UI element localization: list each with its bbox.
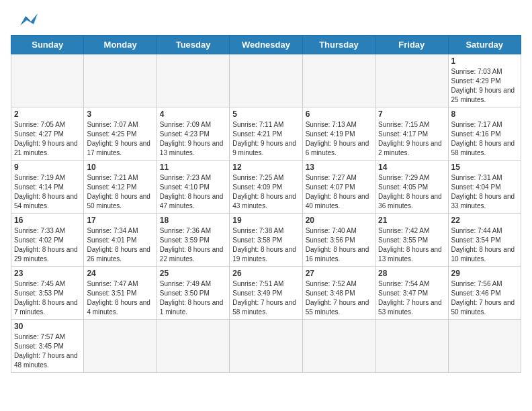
calendar-week-6: 30Sunrise: 7:57 AM Sunset: 3:45 PM Dayli…	[11, 320, 521, 373]
day-info: Sunrise: 7:07 AM Sunset: 4:25 PM Dayligh…	[87, 120, 153, 158]
day-number: 7	[378, 109, 445, 119]
day-header-saturday: Saturday	[448, 36, 521, 54]
day-info: Sunrise: 7:03 AM Sunset: 4:29 PM Dayligh…	[451, 67, 518, 105]
logo	[11, 11, 38, 30]
day-number: 16	[14, 216, 81, 225]
day-info: Sunrise: 7:19 AM Sunset: 4:14 PM Dayligh…	[14, 173, 81, 211]
day-info: Sunrise: 7:17 AM Sunset: 4:16 PM Dayligh…	[451, 120, 518, 158]
day-number: 6	[306, 109, 372, 119]
day-number: 29	[451, 269, 518, 278]
day-number: 28	[378, 269, 445, 278]
day-info: Sunrise: 7:47 AM Sunset: 3:51 PM Dayligh…	[87, 279, 153, 317]
day-header-wednesday: Wednesday	[230, 36, 302, 54]
day-number: 30	[14, 322, 81, 331]
day-info: Sunrise: 7:49 AM Sunset: 3:50 PM Dayligh…	[160, 279, 226, 317]
day-info: Sunrise: 7:25 AM Sunset: 4:09 PM Dayligh…	[232, 173, 299, 211]
page-header	[11, 11, 521, 30]
calendar-day-cell	[84, 54, 157, 107]
calendar-day-cell: 11Sunrise: 7:23 AM Sunset: 4:10 PM Dayli…	[157, 161, 229, 214]
day-info: Sunrise: 7:33 AM Sunset: 4:02 PM Dayligh…	[14, 226, 81, 264]
calendar-day-cell: 18Sunrise: 7:36 AM Sunset: 3:59 PM Dayli…	[157, 214, 229, 267]
calendar-day-cell: 17Sunrise: 7:34 AM Sunset: 4:01 PM Dayli…	[84, 214, 157, 267]
day-header-tuesday: Tuesday	[157, 36, 229, 54]
day-number: 18	[160, 216, 226, 225]
calendar-day-cell: 22Sunrise: 7:44 AM Sunset: 3:54 PM Dayli…	[448, 214, 521, 267]
calendar-table: SundayMondayTuesdayWednesdayThursdayFrid…	[11, 35, 521, 373]
day-number: 12	[232, 163, 299, 172]
day-number: 8	[451, 109, 518, 119]
day-number: 20	[306, 216, 372, 225]
calendar-day-cell: 4Sunrise: 7:09 AM Sunset: 4:23 PM Daylig…	[157, 107, 229, 161]
calendar-day-cell: 6Sunrise: 7:13 AM Sunset: 4:19 PM Daylig…	[302, 107, 375, 161]
calendar-week-2: 2Sunrise: 7:05 AM Sunset: 4:27 PM Daylig…	[11, 107, 521, 161]
calendar-day-cell: 10Sunrise: 7:21 AM Sunset: 4:12 PM Dayli…	[84, 161, 157, 214]
day-number: 15	[451, 163, 518, 172]
calendar-day-cell: 29Sunrise: 7:56 AM Sunset: 3:46 PM Dayli…	[448, 267, 521, 320]
day-info: Sunrise: 7:38 AM Sunset: 3:58 PM Dayligh…	[232, 226, 299, 264]
calendar-header: SundayMondayTuesdayWednesdayThursdayFrid…	[11, 36, 521, 54]
calendar-day-cell	[375, 320, 448, 373]
calendar-day-cell	[157, 320, 229, 373]
calendar-day-cell: 14Sunrise: 7:29 AM Sunset: 4:05 PM Dayli…	[375, 161, 448, 214]
day-info: Sunrise: 7:23 AM Sunset: 4:10 PM Dayligh…	[160, 173, 226, 211]
calendar-day-cell: 25Sunrise: 7:49 AM Sunset: 3:50 PM Dayli…	[157, 267, 229, 320]
day-header-sunday: Sunday	[11, 36, 84, 54]
day-info: Sunrise: 7:11 AM Sunset: 4:21 PM Dayligh…	[232, 120, 299, 158]
day-number: 10	[87, 163, 153, 172]
day-info: Sunrise: 7:57 AM Sunset: 3:45 PM Dayligh…	[14, 332, 81, 370]
day-info: Sunrise: 7:15 AM Sunset: 4:17 PM Dayligh…	[378, 120, 445, 158]
calendar-body: 1Sunrise: 7:03 AM Sunset: 4:29 PM Daylig…	[11, 54, 521, 373]
day-number: 1	[451, 56, 518, 66]
day-info: Sunrise: 7:29 AM Sunset: 4:05 PM Dayligh…	[378, 173, 445, 211]
day-number: 3	[87, 109, 153, 119]
day-info: Sunrise: 7:31 AM Sunset: 4:04 PM Dayligh…	[451, 173, 518, 211]
day-number: 23	[14, 269, 81, 278]
day-info: Sunrise: 7:42 AM Sunset: 3:55 PM Dayligh…	[378, 226, 445, 264]
calendar-day-cell	[302, 54, 375, 107]
calendar-day-cell	[157, 54, 229, 107]
calendar-day-cell	[302, 320, 375, 373]
day-number: 21	[378, 216, 445, 225]
calendar-day-cell: 13Sunrise: 7:27 AM Sunset: 4:07 PM Dayli…	[302, 161, 375, 214]
calendar-day-cell: 26Sunrise: 7:51 AM Sunset: 3:49 PM Dayli…	[230, 267, 302, 320]
day-info: Sunrise: 7:40 AM Sunset: 3:56 PM Dayligh…	[306, 226, 372, 264]
calendar-day-cell	[84, 320, 157, 373]
day-info: Sunrise: 7:36 AM Sunset: 3:59 PM Dayligh…	[160, 226, 226, 264]
calendar-day-cell: 28Sunrise: 7:54 AM Sunset: 3:47 PM Dayli…	[375, 267, 448, 320]
calendar-week-4: 16Sunrise: 7:33 AM Sunset: 4:02 PM Dayli…	[11, 214, 521, 267]
day-number: 4	[160, 109, 226, 119]
day-info: Sunrise: 7:13 AM Sunset: 4:19 PM Dayligh…	[306, 120, 372, 158]
calendar-day-cell: 15Sunrise: 7:31 AM Sunset: 4:04 PM Dayli…	[448, 161, 521, 214]
calendar-day-cell: 8Sunrise: 7:17 AM Sunset: 4:16 PM Daylig…	[448, 107, 521, 161]
calendar-day-cell	[375, 54, 448, 107]
calendar-day-cell: 3Sunrise: 7:07 AM Sunset: 4:25 PM Daylig…	[84, 107, 157, 161]
calendar-day-cell: 7Sunrise: 7:15 AM Sunset: 4:17 PM Daylig…	[375, 107, 448, 161]
day-header-monday: Monday	[84, 36, 157, 54]
days-of-week-row: SundayMondayTuesdayWednesdayThursdayFrid…	[11, 36, 521, 54]
day-info: Sunrise: 7:27 AM Sunset: 4:07 PM Dayligh…	[306, 173, 372, 211]
calendar-day-cell: 20Sunrise: 7:40 AM Sunset: 3:56 PM Dayli…	[302, 214, 375, 267]
calendar-day-cell: 27Sunrise: 7:52 AM Sunset: 3:48 PM Dayli…	[302, 267, 375, 320]
calendar-week-3: 9Sunrise: 7:19 AM Sunset: 4:14 PM Daylig…	[11, 161, 521, 214]
day-number: 11	[160, 163, 226, 172]
calendar-week-5: 23Sunrise: 7:45 AM Sunset: 3:53 PM Dayli…	[11, 267, 521, 320]
calendar-day-cell	[448, 320, 521, 373]
calendar-day-cell: 5Sunrise: 7:11 AM Sunset: 4:21 PM Daylig…	[230, 107, 302, 161]
day-number: 5	[232, 109, 299, 119]
day-number: 9	[14, 163, 81, 172]
calendar-day-cell: 2Sunrise: 7:05 AM Sunset: 4:27 PM Daylig…	[11, 107, 84, 161]
calendar-day-cell: 23Sunrise: 7:45 AM Sunset: 3:53 PM Dayli…	[11, 267, 84, 320]
calendar-day-cell	[230, 54, 302, 107]
day-number: 22	[451, 216, 518, 225]
day-number: 2	[14, 109, 81, 119]
day-number: 19	[232, 216, 299, 225]
day-info: Sunrise: 7:05 AM Sunset: 4:27 PM Dayligh…	[14, 120, 81, 158]
day-header-friday: Friday	[375, 36, 448, 54]
logo-bird-icon	[13, 11, 38, 30]
calendar-day-cell: 16Sunrise: 7:33 AM Sunset: 4:02 PM Dayli…	[11, 214, 84, 267]
day-info: Sunrise: 7:44 AM Sunset: 3:54 PM Dayligh…	[451, 226, 518, 264]
day-info: Sunrise: 7:45 AM Sunset: 3:53 PM Dayligh…	[14, 279, 81, 317]
day-info: Sunrise: 7:51 AM Sunset: 3:49 PM Dayligh…	[232, 279, 299, 317]
calendar-week-1: 1Sunrise: 7:03 AM Sunset: 4:29 PM Daylig…	[11, 54, 521, 107]
calendar-day-cell: 1Sunrise: 7:03 AM Sunset: 4:29 PM Daylig…	[448, 54, 521, 107]
